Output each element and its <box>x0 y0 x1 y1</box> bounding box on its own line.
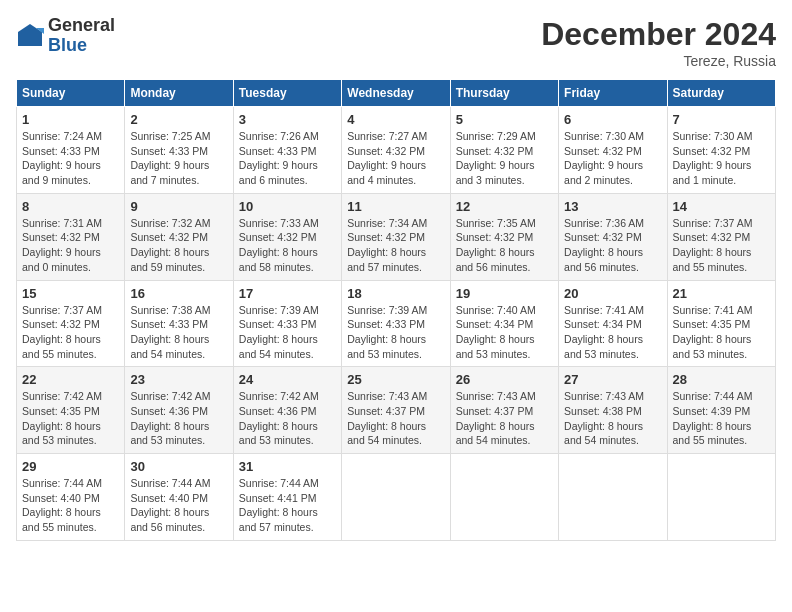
day-number: 2 <box>130 112 227 127</box>
day-number: 14 <box>673 199 770 214</box>
day-info: Sunrise: 7:43 AM Sunset: 4:37 PM Dayligh… <box>456 389 553 448</box>
calendar-cell: 10Sunrise: 7:33 AM Sunset: 4:32 PM Dayli… <box>233 193 341 280</box>
location: Tereze, Russia <box>541 53 776 69</box>
calendar-cell: 23Sunrise: 7:42 AM Sunset: 4:36 PM Dayli… <box>125 367 233 454</box>
calendar-cell: 20Sunrise: 7:41 AM Sunset: 4:34 PM Dayli… <box>559 280 667 367</box>
day-number: 26 <box>456 372 553 387</box>
day-number: 7 <box>673 112 770 127</box>
logo-text: General Blue <box>48 16 115 56</box>
calendar-cell: 17Sunrise: 7:39 AM Sunset: 4:33 PM Dayli… <box>233 280 341 367</box>
weekday-header-wednesday: Wednesday <box>342 80 450 107</box>
day-number: 19 <box>456 286 553 301</box>
weekday-header-sunday: Sunday <box>17 80 125 107</box>
logo-icon <box>16 22 44 50</box>
day-info: Sunrise: 7:44 AM Sunset: 4:41 PM Dayligh… <box>239 476 336 535</box>
day-number: 23 <box>130 372 227 387</box>
calendar-cell: 24Sunrise: 7:42 AM Sunset: 4:36 PM Dayli… <box>233 367 341 454</box>
day-info: Sunrise: 7:42 AM Sunset: 4:36 PM Dayligh… <box>130 389 227 448</box>
calendar-cell: 12Sunrise: 7:35 AM Sunset: 4:32 PM Dayli… <box>450 193 558 280</box>
day-info: Sunrise: 7:44 AM Sunset: 4:39 PM Dayligh… <box>673 389 770 448</box>
weekday-header-row: SundayMondayTuesdayWednesdayThursdayFrid… <box>17 80 776 107</box>
day-info: Sunrise: 7:30 AM Sunset: 4:32 PM Dayligh… <box>564 129 661 188</box>
day-info: Sunrise: 7:32 AM Sunset: 4:32 PM Dayligh… <box>130 216 227 275</box>
calendar-cell: 29Sunrise: 7:44 AM Sunset: 4:40 PM Dayli… <box>17 454 125 541</box>
day-number: 27 <box>564 372 661 387</box>
day-info: Sunrise: 7:31 AM Sunset: 4:32 PM Dayligh… <box>22 216 119 275</box>
calendar-cell: 5Sunrise: 7:29 AM Sunset: 4:32 PM Daylig… <box>450 107 558 194</box>
day-info: Sunrise: 7:44 AM Sunset: 4:40 PM Dayligh… <box>130 476 227 535</box>
day-info: Sunrise: 7:34 AM Sunset: 4:32 PM Dayligh… <box>347 216 444 275</box>
calendar-week-4: 22Sunrise: 7:42 AM Sunset: 4:35 PM Dayli… <box>17 367 776 454</box>
day-info: Sunrise: 7:37 AM Sunset: 4:32 PM Dayligh… <box>673 216 770 275</box>
calendar-cell: 11Sunrise: 7:34 AM Sunset: 4:32 PM Dayli… <box>342 193 450 280</box>
page-header: General Blue December 2024 Tereze, Russi… <box>16 16 776 69</box>
calendar-table: SundayMondayTuesdayWednesdayThursdayFrid… <box>16 79 776 541</box>
day-number: 28 <box>673 372 770 387</box>
day-info: Sunrise: 7:25 AM Sunset: 4:33 PM Dayligh… <box>130 129 227 188</box>
day-info: Sunrise: 7:41 AM Sunset: 4:35 PM Dayligh… <box>673 303 770 362</box>
calendar-cell <box>559 454 667 541</box>
calendar-cell: 8Sunrise: 7:31 AM Sunset: 4:32 PM Daylig… <box>17 193 125 280</box>
day-number: 18 <box>347 286 444 301</box>
calendar-cell: 22Sunrise: 7:42 AM Sunset: 4:35 PM Dayli… <box>17 367 125 454</box>
day-number: 11 <box>347 199 444 214</box>
day-number: 12 <box>456 199 553 214</box>
day-info: Sunrise: 7:43 AM Sunset: 4:38 PM Dayligh… <box>564 389 661 448</box>
calendar-cell: 13Sunrise: 7:36 AM Sunset: 4:32 PM Dayli… <box>559 193 667 280</box>
day-info: Sunrise: 7:26 AM Sunset: 4:33 PM Dayligh… <box>239 129 336 188</box>
day-number: 5 <box>456 112 553 127</box>
day-info: Sunrise: 7:30 AM Sunset: 4:32 PM Dayligh… <box>673 129 770 188</box>
calendar-week-1: 1Sunrise: 7:24 AM Sunset: 4:33 PM Daylig… <box>17 107 776 194</box>
calendar-cell: 4Sunrise: 7:27 AM Sunset: 4:32 PM Daylig… <box>342 107 450 194</box>
calendar-cell: 9Sunrise: 7:32 AM Sunset: 4:32 PM Daylig… <box>125 193 233 280</box>
weekday-header-saturday: Saturday <box>667 80 775 107</box>
calendar-cell <box>342 454 450 541</box>
day-number: 15 <box>22 286 119 301</box>
logo-blue-text: Blue <box>48 36 115 56</box>
day-number: 20 <box>564 286 661 301</box>
logo-general-text: General <box>48 16 115 36</box>
day-number: 24 <box>239 372 336 387</box>
day-number: 9 <box>130 199 227 214</box>
day-number: 1 <box>22 112 119 127</box>
calendar-cell: 26Sunrise: 7:43 AM Sunset: 4:37 PM Dayli… <box>450 367 558 454</box>
day-number: 6 <box>564 112 661 127</box>
weekday-header-friday: Friday <box>559 80 667 107</box>
calendar-cell <box>667 454 775 541</box>
title-block: December 2024 Tereze, Russia <box>541 16 776 69</box>
day-number: 8 <box>22 199 119 214</box>
calendar-cell: 25Sunrise: 7:43 AM Sunset: 4:37 PM Dayli… <box>342 367 450 454</box>
day-info: Sunrise: 7:33 AM Sunset: 4:32 PM Dayligh… <box>239 216 336 275</box>
day-info: Sunrise: 7:39 AM Sunset: 4:33 PM Dayligh… <box>239 303 336 362</box>
day-number: 17 <box>239 286 336 301</box>
day-number: 29 <box>22 459 119 474</box>
calendar-cell: 30Sunrise: 7:44 AM Sunset: 4:40 PM Dayli… <box>125 454 233 541</box>
weekday-header-thursday: Thursday <box>450 80 558 107</box>
calendar-cell: 6Sunrise: 7:30 AM Sunset: 4:32 PM Daylig… <box>559 107 667 194</box>
day-number: 25 <box>347 372 444 387</box>
calendar-cell: 1Sunrise: 7:24 AM Sunset: 4:33 PM Daylig… <box>17 107 125 194</box>
day-info: Sunrise: 7:42 AM Sunset: 4:35 PM Dayligh… <box>22 389 119 448</box>
calendar-week-3: 15Sunrise: 7:37 AM Sunset: 4:32 PM Dayli… <box>17 280 776 367</box>
weekday-header-monday: Monday <box>125 80 233 107</box>
logo: General Blue <box>16 16 115 56</box>
day-info: Sunrise: 7:43 AM Sunset: 4:37 PM Dayligh… <box>347 389 444 448</box>
day-info: Sunrise: 7:35 AM Sunset: 4:32 PM Dayligh… <box>456 216 553 275</box>
day-info: Sunrise: 7:27 AM Sunset: 4:32 PM Dayligh… <box>347 129 444 188</box>
calendar-cell: 21Sunrise: 7:41 AM Sunset: 4:35 PM Dayli… <box>667 280 775 367</box>
calendar-cell: 27Sunrise: 7:43 AM Sunset: 4:38 PM Dayli… <box>559 367 667 454</box>
day-number: 3 <box>239 112 336 127</box>
day-number: 31 <box>239 459 336 474</box>
calendar-cell: 18Sunrise: 7:39 AM Sunset: 4:33 PM Dayli… <box>342 280 450 367</box>
day-info: Sunrise: 7:42 AM Sunset: 4:36 PM Dayligh… <box>239 389 336 448</box>
calendar-cell: 19Sunrise: 7:40 AM Sunset: 4:34 PM Dayli… <box>450 280 558 367</box>
day-info: Sunrise: 7:41 AM Sunset: 4:34 PM Dayligh… <box>564 303 661 362</box>
day-number: 30 <box>130 459 227 474</box>
day-number: 16 <box>130 286 227 301</box>
svg-marker-0 <box>18 24 42 46</box>
calendar-cell: 15Sunrise: 7:37 AM Sunset: 4:32 PM Dayli… <box>17 280 125 367</box>
day-info: Sunrise: 7:44 AM Sunset: 4:40 PM Dayligh… <box>22 476 119 535</box>
day-number: 13 <box>564 199 661 214</box>
calendar-cell: 28Sunrise: 7:44 AM Sunset: 4:39 PM Dayli… <box>667 367 775 454</box>
calendar-cell: 31Sunrise: 7:44 AM Sunset: 4:41 PM Dayli… <box>233 454 341 541</box>
